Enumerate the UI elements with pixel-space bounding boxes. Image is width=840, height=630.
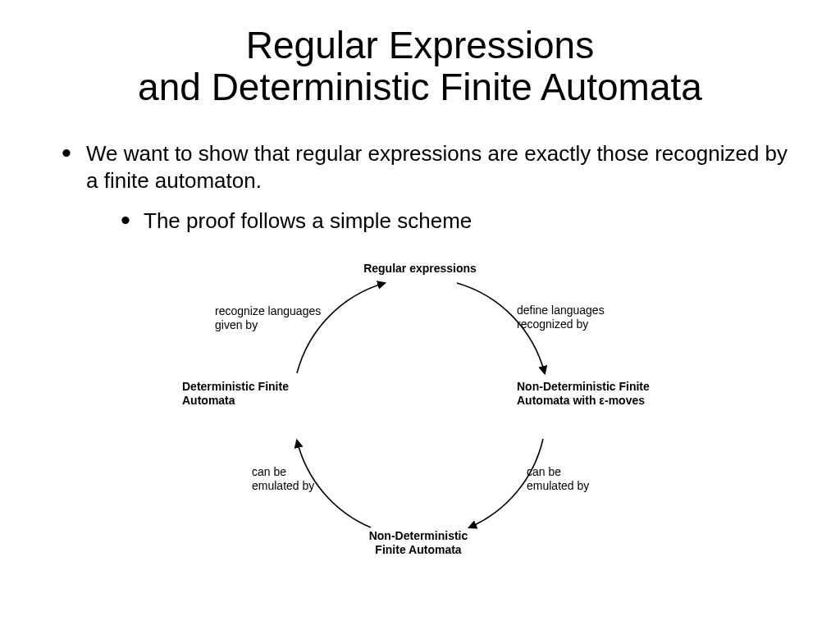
node-dfa: Deterministic Finite Automata <box>182 380 301 408</box>
node-regular-expressions: Regular expressions <box>354 262 486 276</box>
title-line-2: and Deterministic Finite Automata <box>138 66 702 108</box>
edge-dfa-to-re: recognize languages given by <box>215 304 334 332</box>
edge-nfae-to-nfa: can be emulated by <box>527 465 609 493</box>
title-line-1: Regular Expressions <box>246 24 594 66</box>
bullet-text-2: The proof follows a simple scheme <box>144 208 472 233</box>
proof-cycle-diagram: Regular expressions Non-Deterministic Fi… <box>174 250 666 578</box>
slide-title: Regular Expressions and Deterministic Fi… <box>33 25 807 107</box>
bullet-item-1: We want to show that regular expressions… <box>62 140 803 234</box>
node-nfa-epsilon: Non-Deterministic Finite Automata with ε… <box>517 380 697 408</box>
bullet-list: We want to show that regular expressions… <box>33 140 807 234</box>
bullet-text-1: We want to show that regular expressions… <box>86 141 788 193</box>
edge-nfa-to-dfa: can be emulated by <box>252 465 334 493</box>
edge-re-to-nfae: define languages recognized by <box>517 304 623 331</box>
node-nfa: Non-Deterministic Finite Automata <box>353 529 484 557</box>
bullet-item-2: The proof follows a simple scheme <box>121 208 803 234</box>
sub-bullet-list: The proof follows a simple scheme <box>86 208 803 234</box>
slide: Regular Expressions and Deterministic Fi… <box>0 0 840 630</box>
